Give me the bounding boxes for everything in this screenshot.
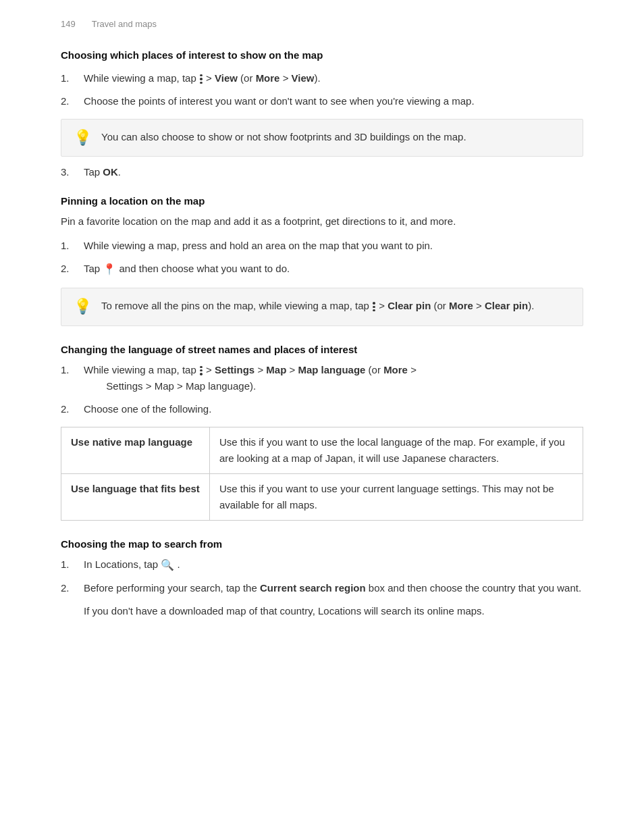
section4-step2: Before performing your search, tap the C… xyxy=(61,580,583,596)
section2-step1-content: While viewing a map, press and hold an a… xyxy=(84,238,583,254)
section3-step1: While viewing a map, tap > Settings > Ma… xyxy=(61,362,583,394)
page-header: 149 Travel and maps xyxy=(61,19,583,29)
section1-heading: Choosing which places of interest to sho… xyxy=(61,49,583,61)
section2-steps: While viewing a map, press and hold an a… xyxy=(61,238,583,278)
section2-intro: Pin a favorite location on the map and a… xyxy=(61,213,583,230)
section-pin-location: Pinning a location on the map Pin a favo… xyxy=(61,195,583,325)
language-table: Use native map language Use this if you … xyxy=(61,427,583,521)
section4-step1: In Locations, tap 🔍 . xyxy=(61,556,583,574)
section2-step1-text: While viewing a map, press and hold an a… xyxy=(84,240,433,251)
table-cell-best-desc: Use this if you want to use your current… xyxy=(209,473,583,520)
step3-number: 3. xyxy=(61,166,80,178)
section3-step2: Choose one of the following. xyxy=(61,401,583,417)
pin-icon: 📍 xyxy=(103,264,116,276)
section3-heading: Changing the language of street names an… xyxy=(61,344,583,355)
section4-steps: In Locations, tap 🔍 . Before performing … xyxy=(61,556,583,597)
tip1-text: You can also choose to show or not show … xyxy=(101,129,466,145)
section2-step2-tap: Tap xyxy=(84,263,103,274)
section1-step1: While viewing a map, tap > View (or More… xyxy=(61,70,583,86)
section2-step2: Tap 📍 and then choose what you want to d… xyxy=(61,261,583,278)
table-cell-native-desc: Use this if you want to use the local la… xyxy=(209,427,583,473)
section4-heading: Choosing the map to search from xyxy=(61,538,583,550)
section-change-language: Changing the language of street names an… xyxy=(61,344,583,521)
section4-step1-after: . xyxy=(177,558,180,570)
lightbulb-icon-2: 💡 xyxy=(74,298,92,315)
page-title-header: Travel and maps xyxy=(92,19,157,29)
lightbulb-icon-1: 💡 xyxy=(74,129,92,147)
section4-step1-before: In Locations, tap xyxy=(84,558,161,570)
table-cell-best-term: Use language that fits best xyxy=(61,473,210,520)
menu-icon-2 xyxy=(373,302,375,311)
section3-step1-before: While viewing a map, tap xyxy=(84,364,199,375)
language-options-table: Use native map language Use this if you … xyxy=(61,427,583,521)
section1-step2: Choose the points of interest you want o… xyxy=(61,93,583,109)
section4-step2-content: Before performing your search, tap the C… xyxy=(84,580,583,596)
section2-heading: Pinning a location on the map xyxy=(61,195,583,207)
section1-step1-content: While viewing a map, tap > View (or More… xyxy=(84,70,583,86)
table-cell-native-term: Use native map language xyxy=(61,427,210,473)
table-row-best: Use language that fits best Use this if … xyxy=(61,473,583,520)
section1-step2-text: Choose the points of interest you want o… xyxy=(84,95,475,107)
table-row-native: Use native map language Use this if you … xyxy=(61,427,583,473)
step3-text: Tap OK. xyxy=(84,166,121,178)
section1-step2-content: Choose the points of interest you want o… xyxy=(84,93,583,109)
section4-step1-content: In Locations, tap 🔍 . xyxy=(84,556,583,574)
section1-steps: While viewing a map, tap > View (or More… xyxy=(61,70,583,109)
tip2-text: To remove all the pins on the map, while… xyxy=(101,298,534,314)
page: 149 Travel and maps Choosing which place… xyxy=(0,0,644,834)
step1-text-before: While viewing a map, tap xyxy=(84,72,199,84)
section2-step1: While viewing a map, press and hold an a… xyxy=(61,238,583,254)
section3-steps: While viewing a map, tap > Settings > Ma… xyxy=(61,362,583,417)
menu-icon-3 xyxy=(200,366,203,375)
section-choose-map: Choosing the map to search from In Locat… xyxy=(61,538,583,620)
menu-icon-1 xyxy=(200,74,203,84)
section-choose-poi: Choosing which places of interest to sho… xyxy=(61,49,583,178)
section2-step2-content: Tap 📍 and then choose what you want to d… xyxy=(84,261,583,278)
tip-box-1: 💡 You can also choose to show or not sho… xyxy=(61,119,583,157)
page-number: 149 xyxy=(61,19,76,29)
tip-box-2: 💡 To remove all the pins on the map, whi… xyxy=(61,288,583,325)
section2-step2-rest: and then choose what you want to do. xyxy=(119,263,290,274)
search-icon: 🔍 xyxy=(161,559,174,571)
section4-note: If you don't have a downloaded map of th… xyxy=(84,603,583,619)
section4-step2-before: Before performing your search, tap the C… xyxy=(84,582,581,594)
section3-step1-content: While viewing a map, tap > Settings > Ma… xyxy=(84,362,583,394)
step1-text-view: > View (or More > View). xyxy=(206,72,321,84)
section3-step2-text: Choose one of the following. xyxy=(84,403,211,415)
section1-step3: 3. Tap OK. xyxy=(61,166,583,178)
section3-step2-content: Choose one of the following. xyxy=(84,401,583,417)
